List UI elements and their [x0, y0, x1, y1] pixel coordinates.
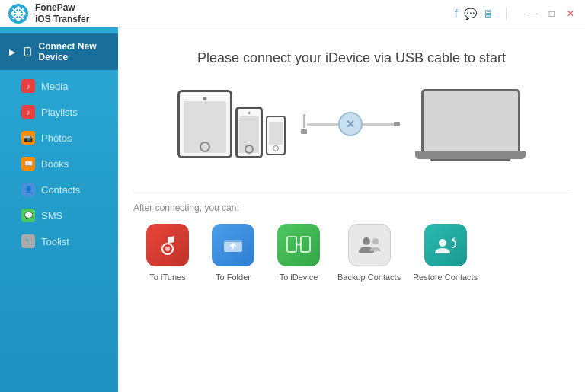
phone-icon	[23, 46, 33, 58]
playlists-label: Playlists	[41, 107, 78, 118]
device-illustration: ✕	[177, 89, 526, 159]
maximize-button[interactable]: □	[546, 7, 558, 21]
app-title: FonePaw iOS Transfer	[35, 2, 89, 24]
svg-rect-21	[301, 237, 310, 252]
content-area: Please connect your iDevice via USB cabl…	[118, 27, 585, 392]
connect-label: Connect New Device	[39, 41, 109, 62]
feature-icons-row: To iTunes To Folder	[133, 224, 570, 282]
laptop-device	[415, 89, 526, 159]
backup-contacts-icon	[356, 231, 383, 259]
iphone-device	[235, 107, 263, 158]
playlists-icon: ♪	[21, 105, 35, 119]
title-bar-icons: f 💬 🖥 — □ ✕	[455, 7, 577, 21]
restore-contacts-icon	[433, 234, 459, 257]
social-icons: f 💬 🖥	[455, 8, 494, 20]
media-icon: ♪	[21, 79, 35, 93]
photos-icon: 📷	[21, 131, 35, 145]
expand-arrow-icon: ▶	[9, 48, 15, 56]
svg-point-25	[439, 239, 446, 247]
backup-contacts-label: Backup Contacts	[337, 272, 401, 282]
x-icon: ✕	[346, 118, 355, 130]
monitor-icon[interactable]: 🖥	[483, 8, 494, 20]
idevice-icon	[286, 234, 312, 257]
contacts-label: Contacts	[41, 184, 80, 196]
restore-contacts-label: Restore Contacts	[413, 272, 478, 282]
app-brand: FonePaw iOS Transfer	[8, 2, 89, 24]
facebook-icon[interactable]: f	[455, 8, 458, 20]
after-connect-label: After connecting, you can:	[133, 202, 570, 213]
window-controls: — □ ✕	[525, 7, 577, 21]
folder-icon-box	[212, 224, 254, 266]
ipod-screen	[269, 122, 283, 145]
sidebar: ▶ Connect New Device ♪ Media ♪ Playlists…	[0, 27, 118, 392]
cable-connection: ✕	[301, 114, 400, 134]
cable-wire: ✕	[307, 123, 394, 126]
minimize-button[interactable]: —	[525, 7, 540, 21]
sidebar-item-toolist[interactable]: 🔧 Toolist	[0, 228, 118, 254]
svg-point-23	[363, 237, 370, 245]
sidebar-item-connect[interactable]: ▶ Connect New Device	[0, 33, 118, 70]
books-label: Books	[41, 158, 69, 170]
svg-rect-20	[287, 237, 296, 252]
cable-vertical	[303, 114, 305, 128]
title-bar: FonePaw iOS Transfer f 💬 🖥 — □ ✕	[0, 0, 585, 27]
sidebar-item-media[interactable]: ♪ Media	[0, 73, 118, 99]
photos-label: Photos	[41, 132, 72, 144]
sidebar-item-sms[interactable]: 💬 SMS	[0, 202, 118, 228]
usb-connector	[301, 129, 307, 134]
feature-restore-contacts[interactable]: Restore Contacts	[413, 224, 478, 282]
itunes-icon	[156, 234, 179, 257]
itunes-label: To iTunes	[149, 272, 185, 282]
folder-label: To Folder	[216, 272, 251, 282]
restore-contacts-icon-box	[424, 224, 467, 266]
sidebar-item-contacts[interactable]: 👤 Contacts	[0, 177, 118, 202]
ipod-device	[266, 116, 286, 155]
ipad-device	[177, 90, 232, 158]
idevice-label: To iDevice	[280, 272, 318, 282]
app-logo-icon	[8, 3, 29, 24]
feature-to-idevice[interactable]: To iDevice	[272, 224, 325, 282]
sidebar-item-books[interactable]: 📖 Books	[0, 151, 118, 177]
ipad-screen	[184, 101, 226, 153]
toolist-label: Toolist	[41, 236, 69, 247]
connect-title: Please connect your iDevice via USB cabl…	[197, 50, 506, 66]
laptop-base	[415, 151, 526, 159]
sms-icon: 💬	[21, 209, 35, 222]
contacts-icon: 👤	[21, 183, 35, 196]
disconnect-circle[interactable]: ✕	[338, 112, 363, 136]
main-layout: ▶ Connect New Device ♪ Media ♪ Playlists…	[0, 27, 585, 392]
close-button[interactable]: ✕	[564, 7, 577, 21]
itunes-icon-box	[146, 224, 189, 266]
feature-to-folder[interactable]: To Folder	[206, 224, 260, 282]
iphone-screen	[239, 116, 259, 153]
separator	[506, 8, 507, 20]
usb-plug	[394, 122, 400, 126]
ios-devices-group	[177, 90, 286, 158]
right-connector	[394, 122, 400, 126]
idevice-icon-box	[277, 224, 320, 266]
backup-contacts-icon-box	[348, 224, 391, 266]
books-icon: 📖	[21, 157, 35, 171]
chat-icon[interactable]: 💬	[464, 8, 477, 20]
svg-point-24	[372, 238, 379, 244]
toolist-icon: 🔧	[21, 234, 35, 248]
laptop-screen	[421, 89, 520, 151]
feature-to-itunes[interactable]: To iTunes	[141, 224, 194, 282]
left-connector	[301, 114, 307, 134]
svg-point-14	[27, 54, 28, 55]
laptop-display	[424, 91, 518, 151]
media-label: Media	[41, 81, 68, 92]
sms-label: SMS	[41, 210, 62, 221]
after-connect-section: After connecting, you can: To iTunes	[133, 190, 570, 282]
sidebar-item-photos[interactable]: 📷 Photos	[0, 125, 118, 151]
folder-icon	[222, 234, 245, 257]
svg-point-17	[165, 247, 170, 251]
sidebar-item-playlists[interactable]: ♪ Playlists	[0, 99, 118, 125]
feature-backup-contacts[interactable]: Backup Contacts	[337, 224, 401, 282]
